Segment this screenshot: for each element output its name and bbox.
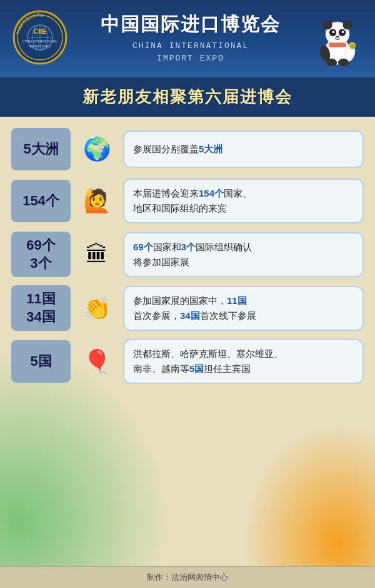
- row-1-label: 5大洲: [11, 128, 71, 170]
- row-2-icon: 🙋: [78, 182, 116, 220]
- svg-point-16: [332, 31, 334, 33]
- row-2-content: 本届进博会迎来154个国家、地区和国际组织的来宾: [123, 179, 364, 223]
- row-3-label: 69个3个: [11, 232, 71, 277]
- title-zh: 中国国际进口博览会: [69, 12, 312, 37]
- panda-mascot: 🌿: [312, 10, 362, 66]
- row-3: 69个3个 🏛 69个国家和3个国际组织确认将参加国家展: [11, 232, 364, 277]
- page-wrapper: CIIE CHINA INTERNATIONAL IMPORT EXPO 中国国…: [0, 0, 375, 588]
- svg-text:IMPORT EXPO: IMPORT EXPO: [29, 44, 51, 48]
- row-3-icon: 🏛: [78, 236, 116, 273]
- row-5: 5国 🎈 洪都拉斯、哈萨克斯坦、塞尔维亚、南非、越南等5国担任主宾国: [11, 339, 364, 384]
- row-5-label: 5国: [11, 340, 71, 383]
- svg-point-12: [322, 20, 332, 29]
- logo: CIIE CHINA INTERNATIONAL IMPORT EXPO 中国国…: [12, 10, 69, 66]
- svg-point-17: [341, 31, 344, 33]
- row-2: 154个 🙋 本届进博会迎来154个国家、地区和国际组织的来宾: [11, 179, 364, 223]
- row-4-content: 参加国家展的国家中，11国首次参展，34国首次线下参展: [123, 286, 364, 331]
- footer-text: 制作：法治网舆情中心: [147, 572, 228, 582]
- header-title: 中国国际进口博览会 CHINA INTERNATIONAL IMPORT EXP…: [69, 12, 312, 64]
- svg-point-18: [336, 36, 339, 38]
- svg-rect-19: [328, 42, 346, 47]
- subtitle-text: 新老朋友相聚第六届进博会: [82, 87, 292, 106]
- svg-point-13: [342, 20, 352, 29]
- svg-text:CIIE: CIIE: [33, 27, 46, 35]
- row-4-icon: 👏: [78, 290, 116, 327]
- row-2-label: 154个: [11, 180, 71, 222]
- row-4-label: 11国34国: [11, 285, 71, 331]
- subtitle-bar: 新老朋友相聚第六届进博会: [0, 77, 375, 117]
- row-4: 11国34国 👏 参加国家展的国家中，11国首次参展，34国首次线下参展: [11, 285, 364, 331]
- row-1: 5大洲 🌍 参展国分别覆盖5大洲: [11, 128, 364, 170]
- row-3-content: 69个国家和3个国际组织确认将参加国家展: [123, 232, 364, 277]
- row-5-icon: 🎈: [78, 343, 116, 380]
- content-area: 5大洲 🌍 参展国分别覆盖5大洲 154个 🙋 本届进博会迎来154个国家、地区…: [0, 117, 375, 566]
- header: CIIE CHINA INTERNATIONAL IMPORT EXPO 中国国…: [0, 0, 375, 77]
- svg-text:🌿: 🌿: [349, 44, 355, 49]
- row-5-content: 洪都拉斯、哈萨克斯坦、塞尔维亚、南非、越南等5国担任主宾国: [123, 339, 364, 384]
- footer: 制作：法治网舆情中心: [0, 566, 375, 588]
- row-1-icon: 🌍: [78, 130, 116, 168]
- row-1-content: 参展国分别覆盖5大洲: [123, 130, 364, 168]
- svg-text:CHINA INTERNATIONAL: CHINA INTERNATIONAL: [22, 39, 58, 43]
- title-en: CHINA INTERNATIONAL IMPORT EXPO: [69, 40, 312, 64]
